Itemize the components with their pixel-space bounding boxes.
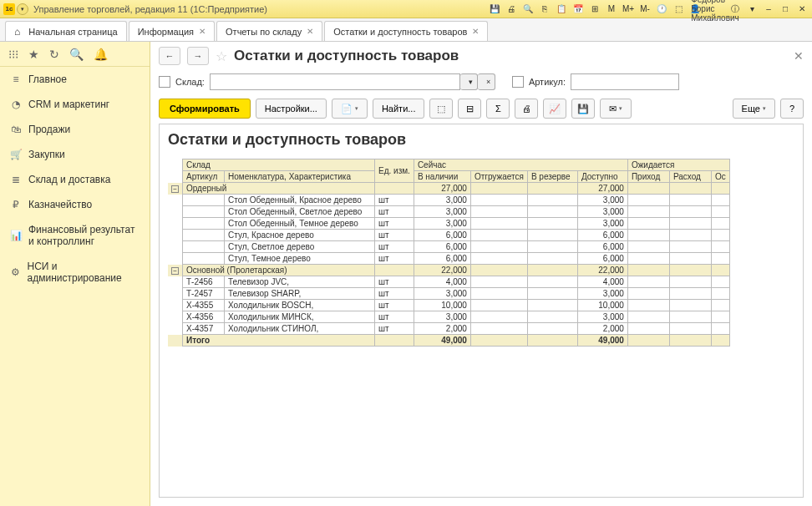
tab-info[interactable]: Информация✕ [129, 21, 215, 41]
preview-icon[interactable]: 🔍 [521, 3, 535, 16]
forward-button[interactable]: → [187, 47, 209, 65]
form-button[interactable]: Сформировать [159, 99, 251, 119]
hdr-artikul: Артикул [183, 171, 225, 183]
clipboard-icon[interactable]: 📋 [555, 3, 568, 16]
save-report-button[interactable]: 💾 [571, 99, 595, 119]
m-plus-icon[interactable]: M+ [622, 3, 635, 16]
star-icon[interactable]: ★ [28, 48, 39, 61]
tab-home[interactable]: Начальная страница [5, 21, 127, 41]
hdr-avail: Доступно [577, 171, 627, 183]
app-menu-dropdown[interactable]: ▾ [17, 3, 28, 15]
sidebar-item-label: Главное [28, 73, 67, 85]
collapse-button[interactable]: ⊟ [458, 99, 481, 119]
close-window-button[interactable]: ✕ [795, 3, 809, 16]
sidebar-item-6[interactable]: 📊Финансовый результат и контроллинг [0, 217, 150, 254]
logo-1c: 1c [3, 3, 15, 15]
hdr-now: Сейчас [414, 159, 627, 171]
email-button[interactable]: ✉▾ [600, 99, 632, 119]
print-button[interactable]: 🖨 [515, 99, 538, 119]
apps-icon[interactable]: ⁝⁝⁝ [8, 48, 18, 61]
sidebar-item-label: CRM и маркетинг [28, 99, 109, 110]
sklad-clear-button[interactable]: × [478, 73, 495, 90]
table-row[interactable]: Т-2456Телевизор JVC,шт4,0004,000 [168, 276, 729, 288]
sklad-input[interactable] [210, 73, 460, 90]
calc-icon[interactable]: ⊞ [588, 3, 601, 16]
minimize-button[interactable]: – [762, 3, 775, 16]
sidebar-item-5[interactable]: ₽Казначейство [0, 192, 150, 217]
sidebar: ⁝⁝⁝ ★ ↻ 🔍 🔔 ≡Главное◔CRM и маркетинг🛍Про… [0, 42, 150, 506]
toolbar: Сформировать Настройки... 📄▾ Найти... ⬚ … [150, 94, 812, 124]
sidebar-icon: 📊 [10, 230, 22, 241]
bell-icon[interactable]: 🔔 [94, 48, 108, 61]
table-row[interactable]: Т-2457Телевизор SHARP,шт3,0003,000 [168, 288, 729, 300]
sidebar-item-4[interactable]: ≣Склад и доставка [0, 167, 150, 192]
collapse-icon[interactable]: − [171, 267, 179, 275]
close-icon[interactable]: ✕ [199, 27, 206, 36]
table-row[interactable]: Стол Обеденный, Светлое деревошт3,0003,0… [168, 206, 729, 218]
tab-label: Начальная страница [28, 27, 117, 37]
group-row[interactable]: −Основной (Пролетарская)22,00022,000 [168, 265, 729, 276]
tab-label: Информация [138, 27, 194, 37]
table-row[interactable]: Стул, Светлое деревошт6,0006,000 [168, 241, 729, 253]
chart-button[interactable]: 📈 [543, 99, 566, 119]
table-row[interactable]: Стул, Красное деревошт6,0006,000 [168, 230, 729, 241]
dropdown-icon[interactable]: ▾ [745, 3, 759, 16]
user-name[interactable]: Федоров Борис Михайлович [708, 3, 722, 16]
compare-icon[interactable]: ⎘ [538, 3, 551, 16]
sidebar-icon: 🛒 [10, 149, 22, 160]
report-area[interactable]: Остатки и доступность товаров СкладЕд. и… [159, 124, 804, 498]
table-row[interactable]: Х-4356Холодильник МИНСК,шт3,0003,000 [168, 311, 729, 323]
maximize-button[interactable]: □ [779, 3, 792, 16]
sidebar-item-label: Склад и доставка [28, 174, 110, 185]
table-row[interactable]: Стол Обеденный, Красное деревошт3,0003,0… [168, 195, 729, 206]
collapse-icon[interactable]: − [171, 185, 179, 193]
help-button[interactable]: ? [780, 99, 804, 119]
sklad-checkbox[interactable] [159, 76, 170, 88]
tab-reports[interactable]: Отчеты по складу✕ [216, 21, 322, 41]
sidebar-item-7[interactable]: ⚙НСИ и администрирование [0, 254, 150, 291]
search-icon[interactable]: 🔍 [69, 48, 84, 61]
close-icon[interactable]: ✕ [307, 27, 313, 36]
sidebar-item-1[interactable]: ◔CRM и маркетинг [0, 92, 150, 117]
back-button[interactable]: ← [159, 47, 180, 65]
nav-icon[interactable]: ⬚ [672, 3, 685, 16]
history-icon[interactable]: ↻ [49, 48, 59, 61]
close-icon[interactable]: ✕ [472, 27, 479, 36]
save-icon[interactable]: 💾 [488, 3, 501, 16]
table-row[interactable]: Стол Обеденный, Темное деревошт3,0003,00… [168, 218, 729, 230]
clock-icon[interactable]: 🕐 [655, 3, 668, 16]
artikul-checkbox[interactable] [512, 76, 524, 88]
sum-button[interactable]: Σ [486, 99, 510, 119]
tab-stock[interactable]: Остатки и доступность товаров✕ [324, 21, 488, 41]
hdr-nomen: Номенклатура, Характеристика [225, 171, 375, 183]
page-title: Остатки и доступность товаров [234, 48, 787, 64]
sidebar-item-3[interactable]: 🛒Закупки [0, 142, 150, 167]
table-row[interactable]: Стул, Темное деревошт6,0006,000 [168, 253, 729, 265]
sidebar-item-2[interactable]: 🛍Продажи [0, 117, 150, 142]
settings-button[interactable]: Настройки... [256, 99, 327, 119]
calendar-icon[interactable]: 📅 [571, 3, 585, 16]
group-row[interactable]: −Ордерный27,00027,000 [168, 183, 729, 195]
sklad-dropdown-button[interactable]: ▾ [460, 73, 478, 90]
more-button[interactable]: Еще▾ [733, 99, 775, 119]
sidebar-item-label: Продажи [28, 124, 70, 135]
content: ← → ☆ Остатки и доступность товаров ✕ Ск… [150, 42, 812, 506]
expand-button[interactable]: ⬚ [429, 99, 453, 119]
m-minus-icon[interactable]: M- [638, 3, 652, 16]
favorite-icon[interactable]: ☆ [216, 48, 227, 64]
m-icon[interactable]: M [605, 3, 618, 16]
print-icon[interactable]: 🖨 [505, 3, 518, 16]
close-page-button[interactable]: ✕ [794, 49, 804, 63]
find-button[interactable]: Найти... [373, 99, 425, 119]
sidebar-item-0[interactable]: ≡Главное [0, 67, 150, 92]
info-icon[interactable]: ⓘ [728, 3, 742, 16]
hdr-ed: Ед. изм. [375, 159, 414, 183]
report-title: Остатки и доступность товаров [168, 131, 794, 149]
hdr-expense: Расход [669, 171, 711, 183]
sidebar-icon: ◔ [10, 99, 22, 110]
table-row[interactable]: Х-4355Холодильник BOSCH,шт10,00010,000 [168, 300, 729, 311]
hdr-income: Приход [627, 171, 669, 183]
artikul-input[interactable] [571, 73, 679, 90]
table-row[interactable]: Х-4357Холодильник СТИНОЛ,шт2,0002,000 [168, 323, 729, 335]
copy-button[interactable]: 📄▾ [332, 99, 368, 119]
